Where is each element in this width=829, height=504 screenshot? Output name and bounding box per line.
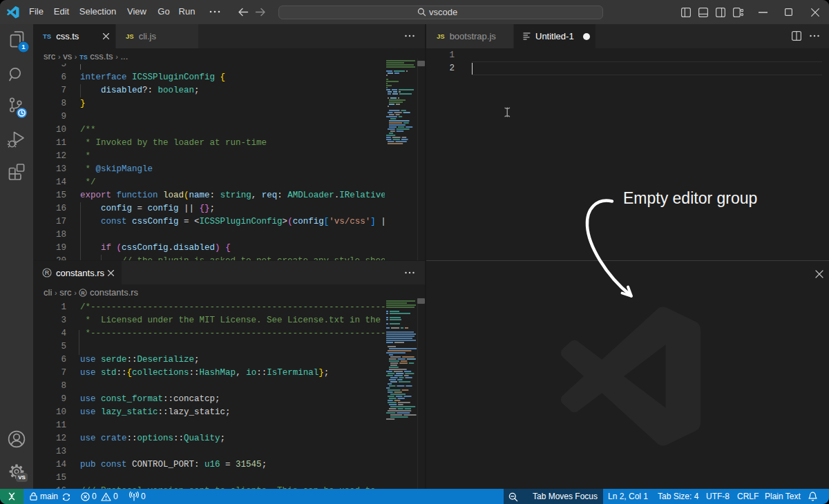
svg-text:1: 1 [21, 43, 26, 50]
svg-text:R: R [45, 269, 50, 276]
svg-text:R: R [82, 290, 86, 296]
